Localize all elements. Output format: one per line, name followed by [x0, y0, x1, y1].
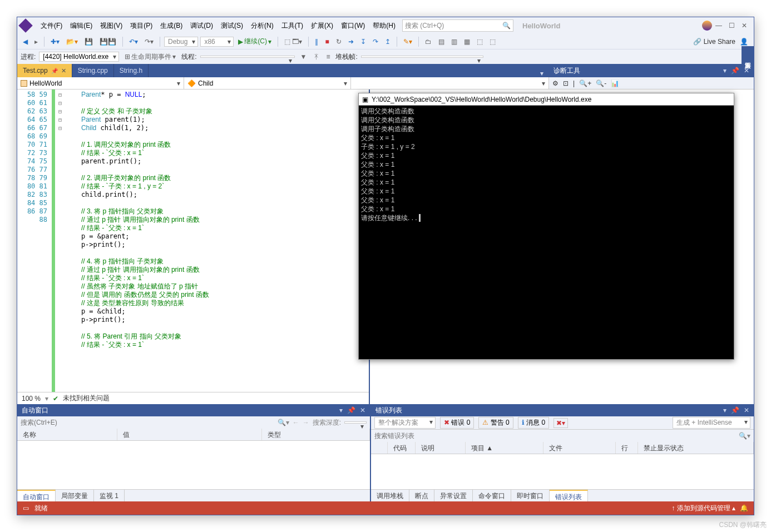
step-button-group[interactable]: ⬚ 🗔▾ — [282, 37, 304, 47]
filter-3-button[interactable]: ≡ — [324, 52, 332, 62]
search-icon[interactable]: 🔍▾ — [278, 419, 289, 426]
new-project-button[interactable]: ✚▾ — [48, 37, 62, 47]
scm-button[interactable]: ↑ 添加到源代码管理 ▴ — [671, 504, 735, 513]
nav-back-button[interactable]: ◀ — [21, 37, 30, 47]
col-icon[interactable] — [371, 442, 388, 454]
close-icon[interactable]: ✕ — [360, 406, 365, 414]
pause-button[interactable]: ‖ — [313, 37, 320, 47]
col-type[interactable]: 类型 — [262, 429, 370, 440]
platform-dropdown[interactable]: x86 — [200, 37, 234, 47]
errorlist-search[interactable]: 🔍▾ — [371, 430, 754, 442]
tool-3-button[interactable]: ▤ — [436, 37, 447, 47]
code-editor[interactable]: 58 59 60 61 62 63 64 65 66 67 68 69 70 7… — [17, 90, 369, 392]
tab-errorlist[interactable]: 错误列表 — [550, 490, 588, 501]
maximize-button[interactable]: ☐ — [729, 22, 735, 29]
notifications-icon[interactable]: 🔔 — [740, 504, 748, 512]
warnings-filter[interactable]: ⚠ 警告 0 — [478, 417, 513, 429]
tool-6-button[interactable]: ⬚ — [475, 37, 485, 47]
col-code[interactable]: 代码 — [388, 442, 416, 454]
redo-button[interactable]: ↷▾ — [142, 37, 156, 47]
source-dropdown[interactable]: 生成 + IntelliSense — [673, 417, 750, 429]
close-icon[interactable]: ✕ — [744, 406, 749, 414]
autos-search-input[interactable] — [21, 419, 274, 426]
zoom-level[interactable]: 100 % — [22, 395, 41, 402]
undo-button[interactable]: ↶▾ — [127, 37, 140, 47]
solution-explorer-tab[interactable]: 解决方案 — [742, 46, 754, 68]
col-line[interactable]: 行 — [616, 442, 638, 454]
col-name[interactable]: 名称 — [17, 429, 117, 440]
tool-7-button[interactable]: ⬚ — [487, 37, 498, 47]
step-out-button[interactable]: ↥ — [383, 37, 393, 47]
nav-forward-button[interactable]: ▸ — [32, 37, 40, 47]
next-icon[interactable]: → — [303, 419, 309, 426]
scope-dropdown[interactable]: 整个解决方案 — [374, 417, 436, 429]
menu-tools[interactable]: 工具(T) — [278, 19, 307, 33]
menu-file[interactable]: 文件(F) — [37, 19, 66, 33]
quick-launch-search[interactable]: 搜索 (Ctrl+Q) 🔍 — [402, 19, 513, 32]
errors-filter[interactable]: ✖ 错误 0 — [440, 417, 474, 429]
pin-icon[interactable]: 📌 — [347, 406, 355, 414]
config-dropdown[interactable]: Debug — [164, 37, 198, 47]
menu-test[interactable]: 测试(S) — [218, 19, 246, 33]
continue-button[interactable]: ▶ 继续(C) ▾ — [236, 36, 274, 47]
console-window[interactable]: ▣ Y:\002_WorkSpace\002_VS\HelloWorld\Hel… — [358, 93, 734, 360]
tab-test-cpp[interactable]: Test.cpp 📌 ✕ — [17, 64, 72, 77]
restart-button[interactable]: ↻ — [334, 37, 344, 47]
search-icon[interactable]: 🔍▾ — [739, 432, 750, 440]
pin-icon[interactable]: 📌 — [51, 68, 58, 74]
prev-icon[interactable]: ← — [293, 419, 299, 426]
save-button[interactable]: 💾 — [82, 37, 95, 47]
tool-5-button[interactable]: ▦ — [462, 37, 472, 47]
col-suppress[interactable]: 禁止显示状态 — [638, 442, 754, 454]
tool-1-button[interactable]: ✎▾ — [401, 37, 414, 47]
menu-debug[interactable]: 调试(D) — [187, 19, 216, 33]
col-project[interactable]: 项目 ▲ — [466, 442, 543, 454]
depth-dropdown[interactable] — [344, 421, 367, 424]
zoom-out-icon[interactable]: 🔍- — [596, 79, 606, 87]
tab-autos[interactable]: 自动窗口 — [17, 490, 56, 501]
scope-dropdown[interactable]: HelloWorld — [17, 77, 184, 89]
menu-analyze[interactable]: 分析(N) — [248, 19, 277, 33]
col-desc[interactable]: 说明 — [416, 442, 466, 454]
col-value[interactable]: 值 — [117, 429, 262, 440]
messages-filter[interactable]: ℹ 消息 0 — [518, 417, 549, 429]
tab-locals[interactable]: 局部变量 — [56, 490, 94, 501]
zoom-in-icon[interactable]: 🔍+ — [579, 79, 591, 87]
minimize-button[interactable]: — — [715, 22, 722, 29]
dropdown-icon[interactable]: ▾ — [339, 406, 343, 414]
menu-extensions[interactable]: 扩展(X) — [308, 19, 337, 33]
zoom-reset-icon[interactable]: ⊡ — [563, 79, 569, 87]
stop-button[interactable]: ■ — [323, 37, 331, 47]
filter-1-button[interactable]: ▼ — [298, 52, 309, 62]
menu-view[interactable]: 视图(V) — [97, 19, 126, 33]
step-into-button[interactable]: ↧ — [358, 37, 368, 47]
menu-edit[interactable]: 编辑(E) — [67, 19, 96, 33]
menu-project[interactable]: 项目(P) — [127, 19, 156, 33]
tab-command[interactable]: 命令窗口 — [473, 490, 511, 501]
pin-icon[interactable]: ▾ — [723, 67, 726, 74]
tab-watch1[interactable]: 监视 1 — [94, 490, 125, 501]
close-icon[interactable]: ✕ — [61, 67, 66, 74]
chart-icon[interactable]: 📊 — [611, 79, 619, 87]
class-dropdown[interactable]: 🔶Child — [184, 77, 351, 89]
pin-icon[interactable]: 📌 — [731, 406, 739, 414]
filter-2-button[interactable]: ᛡ — [312, 52, 320, 62]
tab-exceptions[interactable]: 异常设置 — [434, 490, 473, 501]
stackframe-dropdown[interactable] — [361, 56, 483, 58]
tool-4-button[interactable]: ▥ — [449, 37, 459, 47]
account-icon[interactable]: 👤 — [738, 37, 750, 47]
errorlist-search-input[interactable] — [374, 432, 735, 440]
liveshare-button[interactable]: 🔗 Live Share — [693, 38, 735, 46]
tab-overflow-icon[interactable]: ▾ — [540, 69, 543, 77]
show-next-button[interactable]: ➜ — [346, 37, 356, 47]
clear-filter-button[interactable]: ✖▾ — [553, 418, 568, 428]
lifecycle-button[interactable]: ⊞ 生命周期事件 ▾ — [122, 51, 178, 63]
process-dropdown[interactable]: [4420] HelloWorld.exe — [39, 52, 119, 62]
step-over-button[interactable]: ↷ — [370, 37, 380, 47]
col-file[interactable]: 文件 — [543, 442, 616, 454]
open-file-button[interactable]: 📂▾ — [64, 37, 80, 47]
tab-string-h[interactable]: String.h — [114, 64, 149, 77]
menu-window[interactable]: 窗口(W) — [338, 19, 368, 33]
thread-dropdown[interactable] — [200, 56, 295, 58]
menu-build[interactable]: 生成(B) — [157, 19, 186, 33]
